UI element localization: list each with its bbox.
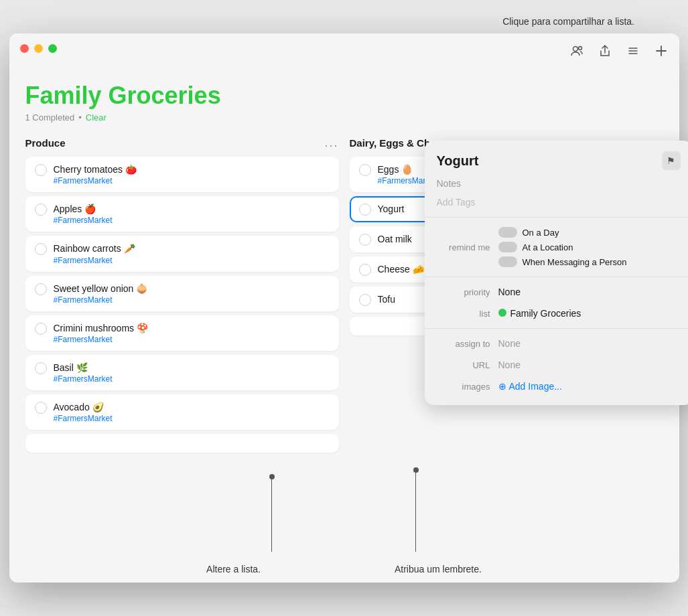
detail-tags-placeholder[interactable]: Add Tags bbox=[425, 194, 689, 213]
list-value[interactable]: Family Groceries bbox=[498, 308, 681, 319]
close-button[interactable] bbox=[20, 44, 29, 53]
item-name: Yogurt bbox=[378, 203, 405, 215]
item-content: Yogurt bbox=[378, 203, 405, 215]
item-checkbox[interactable] bbox=[359, 294, 371, 306]
produce-column: Produce ... Cherry tomatoes 🍅 #FarmersMa… bbox=[25, 136, 339, 583]
svg-point-1 bbox=[578, 47, 581, 50]
item-content: Cheese 🧀 bbox=[378, 263, 424, 275]
toggle-group: On a Day At a Location When Messaging a … bbox=[498, 227, 681, 267]
remind-me-row: remind me On a Day At a Location When Me… bbox=[425, 222, 689, 273]
list-label: list bbox=[437, 309, 490, 319]
assign-label: assign to bbox=[437, 339, 490, 349]
list-icon[interactable] bbox=[626, 44, 640, 58]
app-window: Family Groceries 1 Completed • Clear Pro… bbox=[9, 33, 679, 583]
item-content: Oat milk bbox=[378, 233, 412, 245]
item-name: Basil 🌿 bbox=[54, 362, 113, 374]
toggle-location-label: At a Location bbox=[523, 242, 573, 252]
produce-list: Cherry tomatoes 🍅 #FarmersMarket Apples … bbox=[25, 157, 339, 453]
collaborate-icon[interactable] bbox=[569, 44, 584, 58]
list-dot bbox=[498, 309, 506, 317]
priority-label: priority bbox=[437, 287, 490, 297]
item-content: Avocado 🥑 #FarmersMarket bbox=[54, 401, 113, 423]
item-checkbox[interactable] bbox=[35, 362, 47, 374]
anno-dot-list bbox=[269, 474, 275, 479]
detail-notes-placeholder[interactable]: Notes bbox=[425, 175, 689, 194]
list-item[interactable]: Rainbow carrots 🥕 #FarmersMarket bbox=[25, 236, 339, 271]
anno-line-assign bbox=[415, 471, 416, 552]
item-checkbox[interactable] bbox=[35, 283, 47, 295]
url-label: URL bbox=[437, 360, 490, 370]
toolbar-icons bbox=[569, 44, 669, 58]
item-name: Avocado 🥑 bbox=[54, 401, 113, 413]
bottom-annotations: Altere a lista. Atribua um lembrete. bbox=[0, 564, 688, 574]
item-content: Apples 🍎 #FarmersMarket bbox=[54, 203, 113, 225]
top-annotation: Clique para compartilhar a lista. bbox=[502, 16, 634, 27]
bottom-anno-assign: Atribua um lembrete. bbox=[395, 564, 482, 574]
completed-bar: 1 Completed • Clear bbox=[25, 112, 663, 123]
toggle-day[interactable] bbox=[498, 227, 517, 238]
toggle-row-day: On a Day bbox=[498, 227, 681, 238]
item-name: Rainbow carrots 🥕 bbox=[54, 242, 135, 254]
item-name: Tofu bbox=[378, 293, 395, 305]
anno-dot-assign bbox=[413, 467, 419, 473]
item-tag: #FarmersMarket bbox=[54, 176, 137, 185]
list-item[interactable]: Avocado 🥑 #FarmersMarket bbox=[25, 394, 339, 430]
empty-item bbox=[25, 434, 339, 453]
item-name: Crimini mushrooms 🍄 bbox=[54, 322, 148, 334]
url-row: URL None bbox=[425, 354, 689, 376]
toggle-location[interactable] bbox=[498, 242, 517, 252]
priority-row: priority None bbox=[425, 281, 689, 303]
item-checkbox[interactable] bbox=[35, 204, 47, 216]
svg-point-0 bbox=[573, 47, 577, 52]
toggle-messaging-label: When Messaging a Person bbox=[523, 257, 627, 267]
clear-button[interactable]: Clear bbox=[86, 112, 107, 123]
item-name: Sweet yellow onion 🧅 bbox=[54, 283, 148, 295]
assign-value[interactable]: None bbox=[498, 338, 681, 349]
item-checkbox[interactable] bbox=[35, 402, 47, 414]
item-content: Sweet yellow onion 🧅 #FarmersMarket bbox=[54, 283, 148, 305]
item-checkbox[interactable] bbox=[35, 164, 47, 176]
divider bbox=[425, 217, 689, 218]
produce-column-menu[interactable]: ... bbox=[324, 136, 338, 150]
panel-bottom-padding bbox=[425, 397, 689, 405]
detail-title: Yogurt bbox=[437, 153, 479, 169]
flag-button[interactable]: ⚑ bbox=[662, 151, 681, 170]
list-item[interactable]: Cherry tomatoes 🍅 #FarmersMarket bbox=[25, 157, 339, 192]
item-name: Cheese 🧀 bbox=[378, 263, 424, 275]
images-label: images bbox=[437, 382, 490, 392]
maximize-button[interactable] bbox=[48, 44, 57, 53]
item-name: Oat milk bbox=[378, 233, 412, 245]
anno-line-list bbox=[271, 478, 272, 552]
divider bbox=[425, 277, 689, 277]
item-checkbox[interactable] bbox=[35, 323, 47, 335]
priority-value[interactable]: None bbox=[498, 287, 681, 297]
list-item[interactable]: Sweet yellow onion 🧅 #FarmersMarket bbox=[25, 276, 339, 311]
item-checkbox[interactable] bbox=[359, 234, 371, 246]
item-tag: #FarmersMarket bbox=[54, 414, 113, 423]
share-icon[interactable] bbox=[598, 44, 612, 58]
toggle-row-location: At a Location bbox=[498, 242, 681, 252]
toggle-messaging[interactable] bbox=[498, 256, 517, 267]
bottom-anno-list: Altere a lista. bbox=[206, 564, 261, 574]
list-item[interactable]: Basil 🌿 #FarmersMarket bbox=[25, 355, 339, 390]
item-content: Cherry tomatoes 🍅 #FarmersMarket bbox=[54, 163, 137, 185]
produce-column-title: Produce bbox=[25, 137, 66, 149]
item-tag: #FarmersMarket bbox=[54, 216, 113, 225]
toggle-day-label: On a Day bbox=[523, 228, 559, 238]
list-item[interactable]: Crimini mushrooms 🍄 #FarmersMarket bbox=[25, 315, 339, 351]
item-checkbox[interactable] bbox=[359, 264, 371, 276]
item-content: Tofu bbox=[378, 293, 395, 305]
title-bar bbox=[9, 33, 679, 68]
url-value[interactable]: None bbox=[498, 360, 681, 370]
item-tag: #FarmersMarket bbox=[54, 256, 135, 265]
add-icon[interactable] bbox=[654, 44, 669, 58]
minimize-button[interactable] bbox=[34, 44, 43, 53]
item-checkbox[interactable] bbox=[359, 164, 371, 176]
add-image-button[interactable]: ⊕ Add Image... bbox=[498, 381, 562, 392]
list-row: list Family Groceries bbox=[425, 303, 689, 324]
item-tag: #FarmersMarket bbox=[54, 335, 148, 344]
completed-text: 1 Completed bbox=[25, 112, 75, 123]
list-item[interactable]: Apples 🍎 #FarmersMarket bbox=[25, 196, 339, 232]
item-checkbox[interactable] bbox=[35, 243, 47, 255]
item-checkbox[interactable] bbox=[359, 204, 371, 216]
